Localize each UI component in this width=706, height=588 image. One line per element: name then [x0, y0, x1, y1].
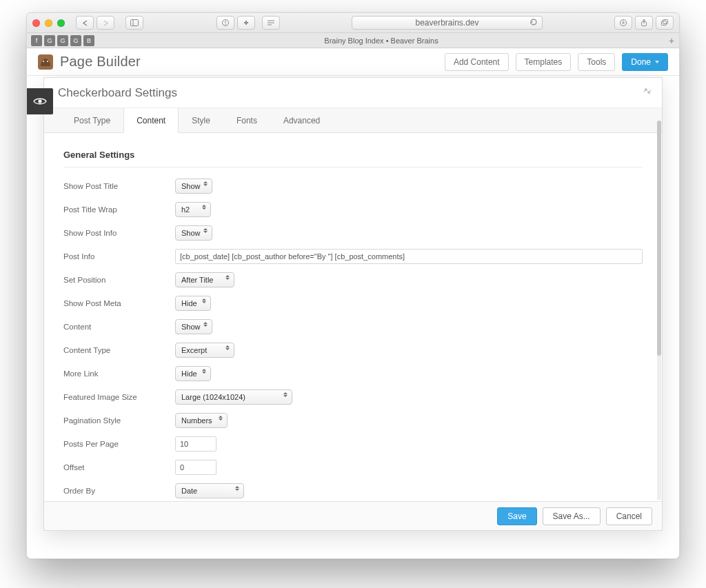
label-more-link: More Link: [63, 369, 175, 378]
select-value: Show: [181, 182, 201, 190]
select-value: After Title: [181, 276, 213, 284]
svg-point-13: [47, 61, 48, 62]
select-featured-image-size[interactable]: Large (1024x1024): [175, 389, 292, 405]
templates-label: Templates: [525, 57, 563, 67]
extension-button[interactable]: [237, 16, 255, 30]
svg-point-14: [38, 99, 41, 103]
label-order-by: Order By: [63, 487, 175, 495]
select-set-position[interactable]: After Title: [175, 272, 234, 287]
featured-card: [96, 531, 358, 558]
favorite-icon[interactable]: G: [57, 35, 68, 46]
page-viewport: page. In this post, we show you some gre…: [27, 48, 679, 558]
done-button[interactable]: Done: [622, 53, 668, 71]
cancel-label: Cancel: [616, 511, 642, 521]
favorite-icon[interactable]: G: [70, 35, 81, 46]
svg-rect-0: [131, 20, 139, 26]
preview-toggle-button[interactable]: [27, 88, 53, 114]
tab-post-type[interactable]: Post Type: [61, 108, 123, 132]
scrollbar-thumb[interactable]: [657, 121, 661, 356]
select-value: Numbers: [181, 416, 212, 425]
select-show-post-info[interactable]: Show: [175, 225, 212, 241]
svg-point-4: [225, 24, 226, 26]
downloads-button[interactable]: [614, 16, 632, 30]
templates-button[interactable]: Templates: [516, 53, 572, 71]
share-button[interactable]: [635, 16, 653, 30]
close-window-button[interactable]: [32, 19, 40, 27]
save-button[interactable]: Save: [497, 507, 536, 525]
favorite-icon[interactable]: f: [31, 35, 42, 46]
tab-advanced[interactable]: Advanced: [270, 108, 333, 132]
select-value: Large (1024x1024): [181, 393, 245, 401]
done-label: Done: [631, 57, 651, 67]
favorites-bar: f G G G B: [27, 35, 99, 46]
address-bar[interactable]: beaverbrains.dev: [352, 16, 543, 30]
label-set-position: Set Position: [63, 276, 175, 284]
pagebuilder-toolbar: Page Builder Add Content Templates Tools…: [27, 48, 679, 76]
select-show-post-meta[interactable]: Hide: [175, 296, 211, 311]
add-content-label: Add Content: [454, 57, 500, 67]
label-offset: Offset: [63, 463, 175, 472]
address-text: beaverbrains.dev: [415, 18, 478, 28]
section-general-settings: General Settings: [63, 145, 643, 168]
select-value: h2: [181, 205, 190, 214]
browser-window: beaverbrains.dev f G G G B Brainy Blog I…: [26, 12, 680, 559]
modal-scrollbar[interactable]: [657, 121, 661, 500]
select-value: Show: [181, 229, 201, 237]
select-post-title-wrap[interactable]: h2: [175, 202, 211, 217]
reader-button[interactable]: [262, 16, 280, 30]
select-more-link[interactable]: Hide: [175, 366, 211, 381]
minimize-window-button[interactable]: [45, 19, 52, 27]
input-offset[interactable]: [175, 460, 216, 475]
sidebar-toggle-button[interactable]: [125, 16, 143, 30]
select-value: Show: [181, 323, 201, 331]
forward-button[interactable]: [97, 16, 114, 30]
favorite-icon[interactable]: B: [83, 35, 94, 46]
tools-button[interactable]: Tools: [578, 53, 615, 71]
select-order-by[interactable]: Date: [175, 483, 244, 498]
window-controls: [32, 19, 65, 27]
select-content-type[interactable]: Excerpt: [175, 343, 234, 358]
tab-title[interactable]: Brainy Blog Index • Beaver Brains: [99, 37, 664, 45]
favorite-icon[interactable]: G: [44, 35, 55, 46]
tab-fonts[interactable]: Fonts: [223, 108, 270, 132]
modal-title: Checkerboard Settings: [58, 86, 177, 100]
save-as-label: Save As...: [553, 511, 590, 521]
label-show-post-title: Show Post Title: [63, 182, 175, 190]
input-post-info[interactable]: [175, 249, 643, 264]
collapse-icon[interactable]: [643, 86, 652, 96]
tab-label: Advanced: [283, 116, 320, 125]
label-post-info: Post Info: [63, 252, 175, 261]
privacy-report-button[interactable]: [216, 16, 234, 30]
save-label: Save: [507, 511, 526, 521]
modal-body[interactable]: General Settings Show Post Title Show Po…: [44, 133, 662, 501]
select-value: Excerpt: [181, 346, 207, 354]
save-as-button[interactable]: Save As...: [543, 507, 601, 525]
add-content-button[interactable]: Add Content: [445, 53, 509, 71]
label-show-post-info: Show Post Info: [63, 229, 175, 237]
titlebar: beaverbrains.dev: [27, 13, 679, 33]
select-value: Date: [181, 487, 197, 495]
select-show-post-title[interactable]: Show: [175, 179, 212, 194]
modal-header: Checkerboard Settings: [44, 78, 662, 108]
beaverbuilder-logo-icon: [38, 54, 53, 70]
new-tab-button[interactable]: +: [664, 35, 679, 46]
select-pagination-style[interactable]: Numbers: [175, 413, 228, 428]
refresh-icon[interactable]: [530, 18, 538, 26]
tab-style[interactable]: Style: [179, 108, 223, 132]
modal-footer: Save Save As... Cancel: [44, 501, 662, 530]
svg-point-12: [43, 61, 44, 62]
eye-icon: [33, 97, 47, 106]
label-content: Content: [63, 323, 175, 331]
tab-label: Fonts: [236, 116, 257, 125]
tools-label: Tools: [587, 57, 606, 67]
maximize-window-button[interactable]: [57, 19, 65, 27]
tab-label: Post Type: [74, 116, 110, 125]
back-button[interactable]: [76, 16, 94, 30]
label-show-post-meta: Show Post Meta: [63, 299, 175, 307]
input-posts-per-page[interactable]: [175, 436, 216, 452]
cancel-button[interactable]: Cancel: [606, 507, 652, 525]
label-pagination-style: Pagination Style: [63, 416, 175, 425]
tab-content[interactable]: Content: [123, 108, 179, 133]
select-content[interactable]: Show: [175, 319, 212, 334]
tabs-button[interactable]: [656, 16, 674, 30]
